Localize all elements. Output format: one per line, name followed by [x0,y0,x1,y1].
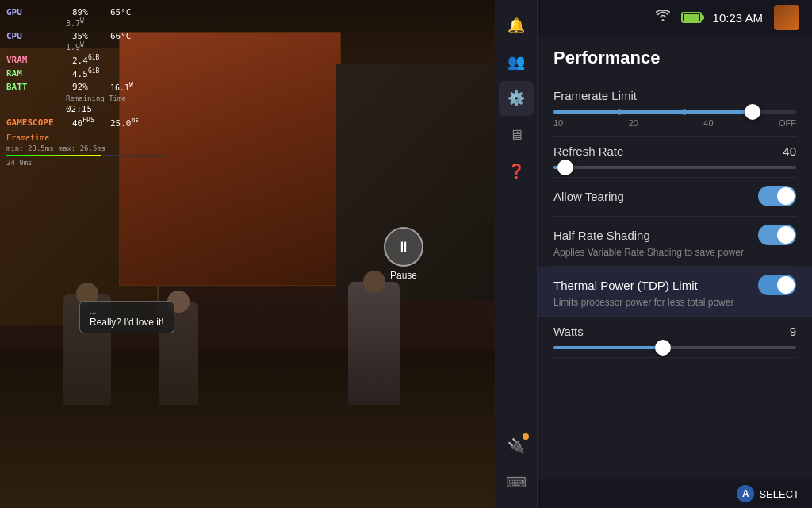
half-rate-shading-row: Half Rate Shading Applies Variable Rate … [553,217,796,267]
hud-ram-val: 4.5GiB [72,67,104,80]
tdp-desc: Limits processor power for less total po… [553,297,796,308]
framerate-limit-label: Framerate Limit [553,89,637,102]
tick-20 [684,109,686,115]
hud-gpu-label: GPU [6,6,66,18]
sidebar-item-display[interactable]: 🖥 [499,117,534,152]
select-hint: A SELECT [737,485,799,502]
framerate-label-40: 40 [703,118,713,128]
watts-row: Watts 9 [553,317,796,358]
framerate-thumb[interactable] [745,104,760,120]
select-label: SELECT [759,488,799,500]
hud-vram-val: 2.4GiB [72,53,104,67]
allow-tearing-row: Allow Tearing [553,178,796,217]
framerate-fill [553,110,753,114]
refresh-rate-thumb[interactable] [557,160,573,175]
framerate-track [553,110,796,114]
half-rate-shading-toggle[interactable] [758,225,796,245]
gear-icon: ⚙️ [508,90,525,107]
tdp-label: Thermal Power (TDP) Limit [553,279,698,292]
battery-indicator [681,12,702,23]
page-title: Performance [553,48,796,68]
hud-gpu-temp: 65°C [110,6,142,18]
hud-remaining-time: 02:15 [66,103,98,115]
hud-vram-label: VRAM [6,54,66,66]
allow-tearing-label: Allow Tearing [553,190,624,203]
hud-frametime-max: max: 26.5ms [59,144,106,154]
sidebar: 🔔 👥 ⚙️ 🖥 ❓ 🔌 ⌨ [495,0,538,508]
tdp-toggle[interactable] [758,275,796,295]
tdp-row: Thermal Power (TDP) Limit Limits process… [538,267,812,317]
half-rate-shading-thumb [777,226,795,244]
refresh-rate-track [553,166,796,169]
watts-fill [553,346,663,349]
battery-body [681,12,702,23]
refresh-rate-slider[interactable] [553,166,796,169]
bottom-bar: A SELECT [538,479,812,508]
tick-10 [618,109,620,115]
hud-frametime-min: min: 23.5ms [6,144,54,154]
refresh-rate-label: Refresh Rate [553,144,623,158]
top-bar-time: 10:23 AM [713,11,763,25]
hud-gamescope-ms: 25.0ms [110,116,142,129]
sidebar-item-keyboard[interactable]: ⌨ [499,465,534,500]
help-icon: ❓ [508,163,525,180]
framerate-limit-row: Framerate Limit 10 20 40 OFF [553,81,796,137]
pause-icon: ⏸ [384,227,423,267]
avatar [774,5,799,30]
hud-overlay: GPU 89% 65°C 3.7W CPU 35% 66°C 1.9W VRAM… [0,0,171,175]
framerate-label-20: 20 [629,118,638,128]
hud-frametime-label: Frametime [6,133,49,144]
hud-gamescope-label: GAMESCOPE [6,117,66,129]
dialog-bubble: Really? I'd love it! [79,301,174,333]
half-rate-shading-label: Half Rate Shading [553,229,650,242]
hud-gpu-watts: 3.7W [66,17,84,29]
sidebar-item-notifications[interactable]: 🔔 [499,8,534,43]
performance-panel: Performance Framerate Limit 10 20 40 [538,35,812,479]
power-icon: 🔌 [508,437,525,455]
hud-ram-label: RAM [6,67,66,79]
tdp-thumb [777,276,795,294]
watts-thumb[interactable] [655,340,671,356]
framerate-slider[interactable]: 10 20 40 OFF [553,110,796,128]
hud-remaining-label: Remaining Time [66,94,126,104]
wifi-icon [656,10,670,25]
refresh-rate-row: Refresh Rate 40 [553,137,796,178]
sidebar-item-settings[interactable]: ⚙️ [499,81,534,116]
bell-icon: 🔔 [508,17,525,34]
sidebar-item-help[interactable]: ❓ [499,154,534,189]
sidebar-item-friends[interactable]: 👥 [499,44,534,79]
watts-track [553,346,796,349]
character-right [348,282,400,405]
framerate-label-10: 10 [553,118,563,128]
allow-tearing-toggle[interactable] [758,186,796,206]
a-button[interactable]: A [737,485,754,502]
keyboard-icon: ⌨ [506,474,527,491]
display-icon: 🖥 [509,127,523,144]
game-area: GPU 89% 65°C 3.7W CPU 35% 66°C 1.9W VRAM… [0,0,495,508]
watts-label: Watts [553,325,584,338]
hud-cpu-label: CPU [6,30,66,42]
sidebar-item-power[interactable]: 🔌 [499,429,534,464]
half-rate-shading-desc: Applies Variable Rate Shading to save po… [553,247,796,258]
allow-tearing-thumb [777,187,795,205]
hud-frametime-avg: 24.9ms [6,158,165,168]
refresh-rate-value: 40 [783,144,796,158]
pause-button[interactable]: ⏸ Pause [384,227,423,281]
friends-icon: 👥 [508,53,525,71]
hud-batt-pct: 92% [72,81,104,93]
hud-gamescope-fps: 40FPS [72,116,104,129]
watts-value: 9 [790,325,796,338]
hud-cpu-watts: 1.9W [66,40,84,53]
hud-batt-watts: 16.1W [110,81,142,94]
hud-cpu-temp: 66°C [110,30,142,42]
right-panel: 10:23 AM Performance Framerate Limit 1 [538,0,812,508]
frametime-bar [6,155,165,156]
top-bar: 10:23 AM [538,0,812,35]
watts-slider[interactable] [553,346,796,349]
framerate-labels: 10 20 40 OFF [553,118,796,128]
battery-fill [684,14,699,21]
hud-batt-label: BATT [6,81,66,93]
pause-label: Pause [384,270,423,281]
framerate-label-off: OFF [779,118,796,128]
